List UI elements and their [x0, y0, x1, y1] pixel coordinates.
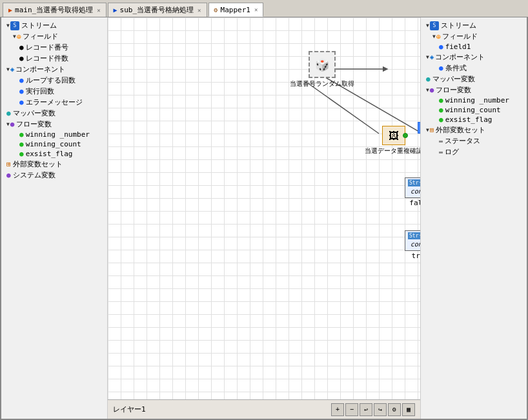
multi-node-1[interactable]	[418, 122, 420, 140]
left-flow-vars-header[interactable]: ▼ ● フロー変数	[1, 119, 107, 130]
canvas-grid[interactable]: 🎲 当選番号ランダム取得 🖼 当選データ重複確認	[108, 17, 420, 399]
left-field-header[interactable]: ▼ ⊕ フィールド	[1, 31, 107, 42]
left-error-msg[interactable]: ● エラーメッセージ	[1, 97, 107, 108]
tab-main-label: main_当選番号取得処理	[15, 5, 93, 15]
left-exec-count-label: 実行回数	[26, 86, 54, 96]
field-icon: ⊕	[17, 32, 21, 41]
left-stream-header[interactable]: ▼ S ストリーム	[1, 20, 107, 31]
str-true-block: Str ···● const	[405, 230, 420, 251]
right-field1-label: field1	[445, 43, 471, 51]
image-node[interactable]: 🖼 当選データ重複確認	[365, 126, 420, 155]
left-flow-vars-label: フロー変数	[16, 119, 52, 129]
right-condition[interactable]: ● 条件式	[421, 63, 527, 74]
tab-mapper-close[interactable]: ✕	[254, 6, 258, 13]
left-stream-label: ストリーム	[21, 21, 57, 30]
dot-icon-cond: ●	[439, 64, 443, 72]
expand-icon: ▼	[432, 34, 436, 39]
external-icon: ⊞	[6, 160, 11, 168]
external-icon-r: ⊞	[430, 126, 434, 134]
system-dot: ●	[6, 171, 11, 179]
right-winning-number[interactable]: ● winning _number	[421, 95, 527, 105]
status-icon: ▬	[439, 137, 443, 145]
tab-sub[interactable]: ▶ sub_当選番号格納処理 ✕	[108, 3, 207, 17]
left-record-no[interactable]: ● レコード番号	[1, 42, 107, 53]
left-field-label: フィールド	[23, 32, 58, 41]
green-dot: ●	[19, 130, 24, 139]
tab-bar: ▶ main_当選番号取得処理 ✕ ▶ sub_当選番号格納処理 ✕ ⚙ Map…	[0, 0, 528, 17]
left-winning-number[interactable]: ● winning _number	[1, 130, 107, 139]
connector-right	[403, 133, 408, 138]
right-mapper-vars-header[interactable]: ● マッパー変数	[421, 74, 527, 85]
mapper-dot-r: ●	[426, 75, 431, 83]
right-stream-label: ストリーム	[441, 21, 476, 30]
sq-blue-1	[418, 122, 420, 134]
right-stream-header[interactable]: ▼ S ストリーム	[421, 20, 527, 31]
zoom-out-button[interactable]: −	[345, 403, 358, 416]
bullet-icon: ●	[19, 43, 24, 52]
grid-button[interactable]: ▦	[402, 403, 415, 416]
left-record-count[interactable]: ● レコード件数	[1, 53, 107, 64]
str-false-node[interactable]: Str ···● const false	[405, 177, 420, 207]
left-exec-count[interactable]: ● 実行回数	[1, 86, 107, 97]
image-block[interactable]: 🖼	[382, 126, 405, 145]
expand-icon: ▼	[6, 66, 10, 72]
canvas-area: 🎲 当選番号ランダム取得 🖼 当選データ重複確認	[108, 17, 420, 419]
str-true-node[interactable]: Str ···● const true	[405, 230, 420, 260]
left-component-label: コンポーネント	[15, 65, 65, 74]
right-component-header[interactable]: ▼ ◈ コンポーネント	[421, 52, 527, 63]
left-exsist-flag[interactable]: ● exsist_flag	[1, 149, 107, 159]
undo-button[interactable]: ↩	[360, 403, 372, 416]
right-field-header[interactable]: ▼ ⊕ フィールド	[421, 31, 527, 42]
str-false-block: Str ···● const	[405, 177, 420, 198]
redo-button[interactable]: ↪	[374, 403, 387, 416]
right-mapper-vars-label: マッパー変数	[432, 74, 475, 84]
stream-icon-r: S	[430, 21, 439, 30]
right-winning-count[interactable]: ● winning_count	[421, 105, 527, 115]
tab-main-close[interactable]: ✕	[97, 7, 100, 14]
left-mapper-vars-header[interactable]: ● マッパー変数	[1, 108, 107, 119]
tab-mapper-icon: ⚙	[214, 6, 218, 14]
expand-icon: ▼	[6, 23, 10, 28]
left-component-header[interactable]: ▼ ◈ コンポーネント	[1, 64, 107, 75]
left-loop-count[interactable]: ● ループする回数	[1, 75, 107, 86]
right-external-vars-label: 外部変数セット	[436, 125, 485, 135]
str-false-value: false	[409, 199, 420, 207]
left-error-msg-label: エラーメッセージ	[26, 97, 83, 107]
right-condition-label: 条件式	[445, 63, 467, 73]
tab-main[interactable]: ▶ main_当選番号取得処理 ✕	[3, 3, 107, 17]
dice-node[interactable]: 🎲 当選番号ランダム取得	[290, 51, 354, 88]
right-external-vars-header[interactable]: ▼ ⊞ 外部変数セット	[421, 125, 527, 135]
dot-icon: ●	[19, 98, 24, 106]
green-dot-r2: ●	[439, 106, 443, 114]
right-log[interactable]: ▬ ログ	[421, 146, 527, 157]
tab-sub-icon: ▶	[114, 6, 117, 14]
right-field1[interactable]: ● field1	[421, 42, 527, 52]
tab-sub-close[interactable]: ✕	[198, 7, 201, 14]
dice-node-label: 当選番号ランダム取得	[290, 79, 354, 88]
right-status[interactable]: ▬ ステータス	[421, 135, 527, 146]
left-record-no-label: レコード番号	[26, 43, 68, 52]
left-system-vars-header[interactable]: ● システム変数	[1, 170, 107, 181]
str-dots-t: ···●	[418, 233, 420, 239]
right-winning-number-label: winning _number	[445, 96, 509, 105]
component-icon: ◈	[10, 65, 15, 74]
str-dots: ···●	[418, 180, 420, 186]
left-winning-count[interactable]: ● winning_count	[1, 139, 107, 149]
left-winning-count-label: winning_count	[26, 140, 81, 148]
left-external-vars-header[interactable]: ⊞ 外部変数セット	[1, 159, 107, 170]
tab-mapper-label: Mapper1	[221, 6, 250, 14]
dice-icon[interactable]: 🎲	[309, 51, 336, 78]
left-mapper-vars-label: マッパー変数	[13, 108, 56, 118]
left-sidebar: ▼ S ストリーム ▼ ⊕ フィールド ● レコード番号 ● レコード件数 ▼ …	[1, 17, 108, 419]
right-flow-vars-header[interactable]: ▼ ● フロー変数	[421, 85, 527, 95]
green-dot-r3: ●	[439, 115, 443, 124]
right-flow-vars-label: フロー変数	[436, 85, 471, 95]
tab-sub-label: sub_当選番号格納処理	[120, 5, 194, 15]
canvas-toolbar: + − ↩ ↪ ⚙ ▦	[331, 403, 415, 416]
settings-button[interactable]: ⚙	[388, 403, 401, 416]
layer-label: レイヤー1	[113, 405, 146, 414]
right-exsist-flag[interactable]: ● exsist_flag	[421, 115, 527, 125]
zoom-in-button[interactable]: +	[331, 403, 344, 416]
image-icon: 🖼	[389, 130, 399, 142]
tab-mapper[interactable]: ⚙ Mapper1 ✕	[208, 3, 264, 17]
